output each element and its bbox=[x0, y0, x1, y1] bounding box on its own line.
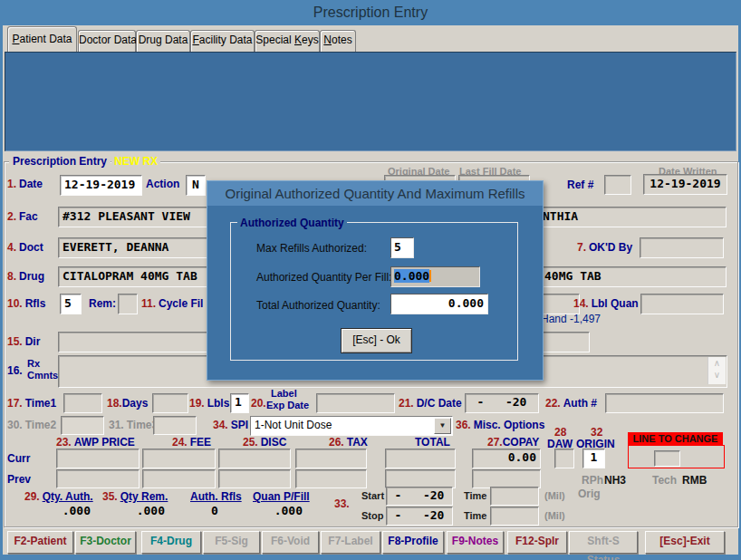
qty-auth-label: 29.Qty. Auth. bbox=[24, 490, 93, 503]
origin-field[interactable]: 1 bbox=[582, 449, 605, 468]
rx-comments-label1: Rx bbox=[27, 358, 40, 369]
daw-field[interactable] bbox=[554, 449, 574, 468]
ref-field[interactable] bbox=[604, 175, 631, 195]
total-authorized-label: Total Authorized Quantity: bbox=[256, 299, 380, 312]
f6-void-button[interactable]: F6-Void bbox=[262, 531, 319, 554]
tab-drug-data[interactable]: Drug Data bbox=[136, 30, 190, 52]
qty-rem-label: 35.Qty Rem. bbox=[102, 490, 168, 503]
patient-summary-panel bbox=[5, 52, 736, 151]
total-header: TOTAL bbox=[415, 436, 450, 449]
total-authorized-field[interactable]: 0.000 bbox=[390, 294, 488, 314]
days-label: 18.Days bbox=[107, 397, 148, 410]
drug-label: 8.Drug bbox=[7, 270, 44, 283]
disc-header: 25.DISC bbox=[243, 436, 286, 449]
app-window: Prescription Entry Patient Data Doctor D… bbox=[0, 0, 741, 560]
scroll-down-icon[interactable]: ∨ bbox=[708, 369, 726, 381]
days-field[interactable] bbox=[152, 393, 188, 413]
time1-field[interactable] bbox=[63, 393, 102, 413]
tab-facility-data[interactable]: Facility Data bbox=[190, 30, 255, 52]
qty-rem-value: .000 bbox=[120, 504, 165, 517]
start-time-label: Time bbox=[464, 490, 486, 501]
max-refills-field[interactable]: 5 bbox=[390, 237, 414, 258]
stop-date-field[interactable]: - -20 bbox=[386, 507, 453, 526]
exp-date-label1: Label bbox=[271, 388, 297, 399]
date-field[interactable]: 12-19-2019 bbox=[60, 175, 142, 196]
tech-value: RMB bbox=[682, 474, 707, 487]
okd-by-field[interactable] bbox=[640, 237, 724, 258]
rem-field[interactable] bbox=[118, 294, 138, 314]
time1-label: 17.Time1 bbox=[7, 397, 56, 410]
prev-disc-field[interactable] bbox=[218, 469, 291, 488]
scroll-up-icon[interactable]: ∧ bbox=[708, 357, 726, 369]
tab-notes[interactable]: Notes bbox=[320, 30, 356, 52]
refills-field[interactable]: 5 bbox=[60, 294, 82, 314]
f3-doctor-button[interactable]: F3-Doctor bbox=[75, 531, 136, 554]
dc-date-field[interactable]: - -20 bbox=[465, 393, 539, 413]
quan-pfill-label: Quan P/Fill bbox=[253, 490, 310, 503]
daw-num: 28 bbox=[554, 426, 569, 439]
facility-label: 2.Fac bbox=[7, 210, 38, 223]
rph-label: RPh bbox=[582, 474, 603, 487]
line-to-change-field[interactable] bbox=[654, 450, 680, 467]
doctor-label: 4.Doct bbox=[7, 241, 43, 254]
curr-disc-field[interactable] bbox=[218, 449, 291, 468]
orig-label: Orig bbox=[578, 488, 601, 500]
curr-total-field[interactable] bbox=[385, 449, 456, 468]
f7-label-button[interactable]: F7-Label bbox=[321, 531, 380, 554]
dc-date-label: 21.D/C Date bbox=[399, 397, 462, 410]
prev-fee-field[interactable] bbox=[142, 469, 216, 488]
new-rx-status: NEW RX bbox=[111, 155, 160, 168]
f4-drug-button[interactable]: F4-Drug bbox=[141, 531, 201, 554]
chevron-down-icon[interactable]: ▼ bbox=[434, 418, 451, 434]
tab-special-keys[interactable]: Special Keys bbox=[255, 30, 320, 52]
curr-fee-field[interactable] bbox=[142, 449, 216, 468]
action-field[interactable]: N bbox=[186, 175, 206, 196]
title-bar: Prescription Entry bbox=[0, 0, 741, 25]
label-quantity-field[interactable] bbox=[640, 294, 724, 314]
label-quantity-label: 14.Lbl Quan bbox=[573, 297, 639, 310]
labels-label: 19.Lbls bbox=[189, 397, 229, 410]
spi-dropdown[interactable]: 1-Not Unit Dose ▼ bbox=[250, 416, 453, 436]
esc-exit-button[interactable]: [Esc]-Exit bbox=[645, 531, 725, 554]
time3-field[interactable] bbox=[153, 416, 197, 435]
per-fill-field[interactable]: 0.000 bbox=[390, 266, 480, 287]
prev-tax-field[interactable] bbox=[295, 469, 367, 488]
start-date-field[interactable]: - -20 bbox=[386, 487, 453, 506]
curr-copay-field[interactable]: 0.00 bbox=[472, 449, 541, 468]
f12-splr-button[interactable]: F12-Splr bbox=[507, 531, 567, 554]
f9-notes-button[interactable]: F9-Notes bbox=[447, 531, 504, 554]
tab-doctor-data[interactable]: Doctor Data bbox=[78, 30, 136, 52]
exp-date-label2: Exp Date bbox=[266, 400, 309, 410]
f5-sig-button[interactable]: F5-Sig bbox=[203, 531, 260, 554]
time2-field[interactable] bbox=[61, 416, 104, 435]
rx-comments-label2: Cmnts bbox=[27, 370, 58, 381]
tech-label: Tech bbox=[652, 474, 677, 487]
auth-number-field[interactable] bbox=[605, 393, 724, 413]
awp-price-header: 23.AWP PRICE bbox=[56, 436, 135, 449]
prev-total-field[interactable] bbox=[385, 469, 456, 488]
f2-patient-button[interactable]: F2-Patient bbox=[7, 531, 73, 554]
esc-ok-button[interactable]: [Esc] - Ok bbox=[341, 328, 412, 353]
labels-field[interactable]: 1 bbox=[230, 393, 249, 413]
prev-awp-field[interactable] bbox=[56, 469, 140, 488]
f8-profile-button[interactable]: F8-Profile bbox=[382, 531, 444, 554]
comments-scrollbar[interactable]: ∧ ∨ bbox=[707, 357, 726, 384]
field33-num: 33. bbox=[334, 497, 352, 510]
ref-label: Ref # bbox=[567, 179, 593, 191]
stop-time-field[interactable] bbox=[490, 507, 539, 526]
action-label: Action bbox=[146, 178, 179, 190]
selected-text: 0.000 bbox=[394, 269, 429, 283]
exp-date-field[interactable] bbox=[316, 393, 395, 413]
curr-tax-field[interactable] bbox=[295, 449, 367, 468]
prev-copay-field[interactable] bbox=[472, 469, 541, 488]
date-written-field[interactable]: 12-19-2019 bbox=[643, 174, 727, 195]
line-to-change-header: LINE TO CHANGE bbox=[628, 432, 723, 445]
start-time-field[interactable] bbox=[490, 487, 539, 506]
curr-awp-field[interactable] bbox=[56, 449, 140, 468]
stop-mil-label: (Mil) bbox=[544, 510, 565, 521]
start-label: Start bbox=[361, 490, 384, 501]
shft-s-status-button[interactable]: Shft-S Status bbox=[569, 531, 638, 554]
spi-label: 34.SPI bbox=[213, 419, 248, 431]
tab-patient-data[interactable]: Patient Data bbox=[7, 26, 77, 52]
cycle-fill-label: 11.Cycle Fil bbox=[141, 297, 203, 310]
